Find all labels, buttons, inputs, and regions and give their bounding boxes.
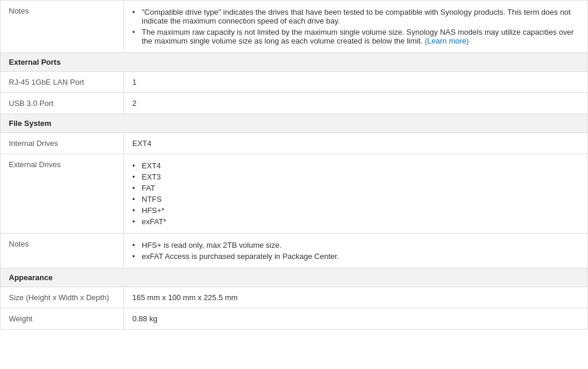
list-item: HFS+*	[132, 205, 579, 216]
notes-value: "Compatible drive type" indicates the dr…	[124, 1, 588, 53]
section-header-row: Appearance	[1, 268, 588, 287]
list-item: exFAT*	[132, 216, 579, 227]
spec-value: 2	[124, 93, 588, 114]
spec-label: External Drives	[1, 154, 124, 234]
list-item: "Compatible drive type" indicates the dr…	[132, 6, 579, 26]
spec-value: 0.88 kg	[124, 308, 588, 330]
list-item: EXT4	[132, 160, 579, 171]
list-item: The maximum raw capacity is not limited …	[132, 26, 579, 46]
spec-row: Weight0.88 kg	[1, 308, 588, 330]
spec-row: RJ-45 1GbE LAN Port1	[1, 72, 588, 93]
list-item: exFAT Access is purchased separately in …	[132, 251, 579, 262]
spec-row: Size (Height x Width x Depth)165 mm x 10…	[1, 287, 588, 308]
notes-row: Notes"Compatible drive type" indicates t…	[1, 1, 588, 53]
spec-row: Internal DrivesEXT4	[1, 133, 588, 154]
section-header-label: File System	[1, 114, 588, 133]
learn-more-link[interactable]: (Learn more)	[425, 36, 469, 45]
list-item: FAT	[132, 182, 579, 194]
list-item: EXT3	[132, 171, 579, 182]
spec-value: HFS+ is read only, max 2TB volume size.e…	[124, 234, 588, 268]
list-item: NTFS	[132, 194, 579, 205]
spec-table: Notes"Compatible drive type" indicates t…	[0, 0, 588, 330]
section-header-row: File System	[1, 114, 588, 133]
spec-value: EXT4EXT3FATNTFSHFS+*exFAT*	[124, 154, 588, 234]
spec-row: USB 3.0 Port2	[1, 93, 588, 114]
spec-label: Weight	[1, 308, 124, 330]
spec-label: Size (Height x Width x Depth)	[1, 287, 124, 308]
section-header-label: External Ports	[1, 53, 588, 72]
spec-row: NotesHFS+ is read only, max 2TB volume s…	[1, 234, 588, 268]
notes-label: Notes	[1, 1, 124, 53]
spec-value: 1	[124, 72, 588, 93]
section-header-label: Appearance	[1, 268, 588, 287]
section-header-row: External Ports	[1, 53, 588, 72]
list-item: HFS+ is read only, max 2TB volume size.	[132, 240, 579, 251]
spec-label: Notes	[1, 234, 124, 268]
spec-label: Internal Drives	[1, 133, 124, 154]
spec-value: EXT4	[124, 133, 588, 154]
spec-label: RJ-45 1GbE LAN Port	[1, 72, 124, 93]
spec-value: 165 mm x 100 mm x 225.5 mm	[124, 287, 588, 308]
spec-row: External DrivesEXT4EXT3FATNTFSHFS+*exFAT…	[1, 154, 588, 234]
spec-label: USB 3.0 Port	[1, 93, 124, 114]
